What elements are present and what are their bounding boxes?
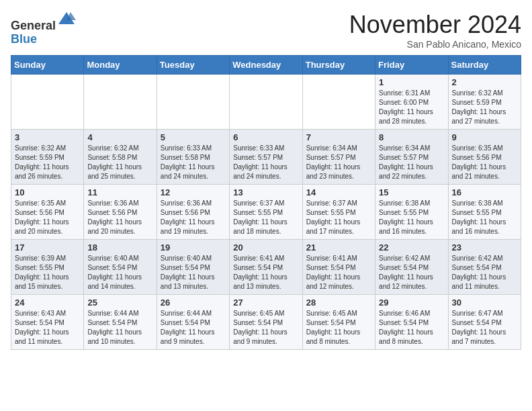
day-info: Sunrise: 6:43 AM Sunset: 5:54 PM Dayligh…	[15, 309, 80, 347]
day-number: 4	[87, 132, 152, 142]
day-info: Sunrise: 6:38 AM Sunset: 5:55 PM Dayligh…	[452, 199, 517, 236]
logo-general: General	[11, 19, 56, 32]
calendar-cell: 25Sunrise: 6:44 AM Sunset: 5:54 PM Dayli…	[84, 295, 157, 350]
calendar-cell: 4Sunrise: 6:32 AM Sunset: 5:58 PM Daylig…	[84, 130, 157, 185]
day-info: Sunrise: 6:34 AM Sunset: 5:57 PM Dayligh…	[306, 144, 371, 181]
day-number: 16	[452, 187, 517, 197]
calendar-cell: 16Sunrise: 6:38 AM Sunset: 5:55 PM Dayli…	[448, 185, 521, 240]
day-info: Sunrise: 6:38 AM Sunset: 5:55 PM Dayligh…	[379, 199, 444, 236]
calendar-cell: 6Sunrise: 6:33 AM Sunset: 5:57 PM Daylig…	[230, 130, 302, 185]
calendar-cell: 21Sunrise: 6:41 AM Sunset: 5:54 PM Dayli…	[302, 240, 375, 295]
day-number: 27	[233, 298, 298, 308]
day-info: Sunrise: 6:36 AM Sunset: 5:56 PM Dayligh…	[161, 199, 226, 236]
calendar-cell: 10Sunrise: 6:35 AM Sunset: 5:56 PM Dayli…	[11, 185, 84, 240]
calendar-cell: 24Sunrise: 6:43 AM Sunset: 5:54 PM Dayli…	[11, 295, 84, 350]
calendar-cell: 12Sunrise: 6:36 AM Sunset: 5:56 PM Dayli…	[157, 185, 229, 240]
calendar-cell: 11Sunrise: 6:36 AM Sunset: 5:56 PM Dayli…	[84, 185, 157, 240]
calendar-week-row: 24Sunrise: 6:43 AM Sunset: 5:54 PM Dayli…	[11, 295, 521, 350]
calendar-cell: 8Sunrise: 6:34 AM Sunset: 5:57 PM Daylig…	[375, 130, 448, 185]
day-info: Sunrise: 6:41 AM Sunset: 5:54 PM Dayligh…	[233, 254, 298, 291]
day-number: 21	[306, 242, 371, 253]
day-number: 9	[452, 132, 517, 142]
calendar-cell: 9Sunrise: 6:35 AM Sunset: 5:56 PM Daylig…	[448, 130, 521, 185]
day-info: Sunrise: 6:32 AM Sunset: 5:59 PM Dayligh…	[452, 89, 517, 126]
day-info: Sunrise: 6:47 AM Sunset: 5:54 PM Dayligh…	[452, 309, 517, 347]
calendar-cell: 26Sunrise: 6:44 AM Sunset: 5:54 PM Dayli…	[157, 295, 229, 350]
weekday-header: Thursday	[302, 56, 375, 75]
day-info: Sunrise: 6:32 AM Sunset: 5:59 PM Dayligh…	[15, 144, 80, 181]
calendar-cell: 15Sunrise: 6:38 AM Sunset: 5:55 PM Dayli…	[375, 185, 448, 240]
day-info: Sunrise: 6:44 AM Sunset: 5:54 PM Dayligh…	[87, 309, 152, 347]
weekday-header: Saturday	[448, 56, 521, 75]
day-info: Sunrise: 6:42 AM Sunset: 5:54 PM Dayligh…	[452, 254, 517, 291]
day-number: 13	[233, 187, 298, 197]
calendar-cell	[302, 75, 375, 130]
logo: General Blue	[11, 11, 76, 46]
day-number: 15	[379, 187, 444, 197]
weekday-header: Monday	[84, 56, 157, 75]
day-number: 22	[379, 242, 444, 253]
logo-text: General Blue	[11, 11, 76, 46]
day-number: 14	[306, 187, 371, 197]
day-number: 23	[452, 242, 517, 253]
calendar-cell: 27Sunrise: 6:45 AM Sunset: 5:54 PM Dayli…	[230, 295, 302, 350]
day-number: 20	[233, 242, 298, 253]
day-number: 11	[87, 187, 152, 197]
day-info: Sunrise: 6:46 AM Sunset: 5:54 PM Dayligh…	[379, 309, 444, 347]
day-number: 24	[15, 298, 80, 308]
weekday-header: Sunday	[11, 56, 84, 75]
day-number: 3	[15, 132, 80, 142]
weekday-header: Wednesday	[230, 56, 302, 75]
calendar-week-row: 1Sunrise: 6:31 AM Sunset: 6:00 PM Daylig…	[11, 75, 521, 130]
calendar-cell: 20Sunrise: 6:41 AM Sunset: 5:54 PM Dayli…	[230, 240, 302, 295]
calendar-cell	[157, 75, 229, 130]
day-info: Sunrise: 6:44 AM Sunset: 5:54 PM Dayligh…	[161, 309, 226, 347]
day-number: 5	[161, 132, 226, 142]
calendar-cell: 19Sunrise: 6:40 AM Sunset: 5:54 PM Dayli…	[157, 240, 229, 295]
calendar-cell: 2Sunrise: 6:32 AM Sunset: 5:59 PM Daylig…	[448, 75, 521, 130]
day-number: 26	[161, 298, 226, 308]
calendar-cell: 30Sunrise: 6:47 AM Sunset: 5:54 PM Dayli…	[448, 295, 521, 350]
day-number: 8	[379, 132, 444, 142]
day-number: 25	[87, 298, 152, 308]
calendar-cell: 13Sunrise: 6:37 AM Sunset: 5:55 PM Dayli…	[230, 185, 302, 240]
weekday-header: Tuesday	[157, 56, 229, 75]
location-subtitle: San Pablo Anicano, Mexico	[349, 39, 521, 50]
day-info: Sunrise: 6:42 AM Sunset: 5:54 PM Dayligh…	[379, 254, 444, 291]
day-info: Sunrise: 6:41 AM Sunset: 5:54 PM Dayligh…	[306, 254, 371, 291]
calendar-cell: 1Sunrise: 6:31 AM Sunset: 6:00 PM Daylig…	[375, 75, 448, 130]
day-number: 2	[452, 77, 517, 87]
calendar-cell: 5Sunrise: 6:33 AM Sunset: 5:58 PM Daylig…	[157, 130, 229, 185]
logo-blue: Blue	[11, 32, 37, 46]
weekday-header-row: SundayMondayTuesdayWednesdayThursdayFrid…	[11, 56, 521, 75]
calendar-cell: 3Sunrise: 6:32 AM Sunset: 5:59 PM Daylig…	[11, 130, 84, 185]
day-info: Sunrise: 6:37 AM Sunset: 5:55 PM Dayligh…	[306, 199, 371, 236]
calendar-table: SundayMondayTuesdayWednesdayThursdayFrid…	[11, 55, 521, 350]
title-block: November 2024 San Pablo Anicano, Mexico	[349, 11, 521, 50]
day-number: 19	[161, 242, 226, 253]
day-number: 17	[15, 242, 80, 253]
calendar-cell	[84, 75, 157, 130]
day-info: Sunrise: 6:36 AM Sunset: 5:56 PM Dayligh…	[87, 199, 152, 236]
calendar-cell: 29Sunrise: 6:46 AM Sunset: 5:54 PM Dayli…	[375, 295, 448, 350]
day-number: 28	[306, 298, 371, 308]
day-number: 30	[452, 298, 517, 308]
day-info: Sunrise: 6:40 AM Sunset: 5:54 PM Dayligh…	[161, 254, 226, 291]
day-info: Sunrise: 6:31 AM Sunset: 6:00 PM Dayligh…	[379, 89, 444, 126]
calendar-cell	[230, 75, 302, 130]
day-info: Sunrise: 6:34 AM Sunset: 5:57 PM Dayligh…	[379, 144, 444, 181]
calendar-cell: 14Sunrise: 6:37 AM Sunset: 5:55 PM Dayli…	[302, 185, 375, 240]
calendar-cell: 17Sunrise: 6:39 AM Sunset: 5:55 PM Dayli…	[11, 240, 84, 295]
calendar-week-row: 17Sunrise: 6:39 AM Sunset: 5:55 PM Dayli…	[11, 240, 521, 295]
day-info: Sunrise: 6:32 AM Sunset: 5:58 PM Dayligh…	[87, 144, 152, 181]
calendar-cell: 22Sunrise: 6:42 AM Sunset: 5:54 PM Dayli…	[375, 240, 448, 295]
day-number: 7	[306, 132, 371, 142]
day-info: Sunrise: 6:35 AM Sunset: 5:56 PM Dayligh…	[15, 199, 80, 236]
calendar-cell: 7Sunrise: 6:34 AM Sunset: 5:57 PM Daylig…	[302, 130, 375, 185]
day-info: Sunrise: 6:45 AM Sunset: 5:54 PM Dayligh…	[233, 309, 298, 347]
day-number: 1	[379, 77, 444, 87]
day-number: 18	[87, 242, 152, 253]
day-info: Sunrise: 6:45 AM Sunset: 5:54 PM Dayligh…	[306, 309, 371, 347]
calendar-week-row: 3Sunrise: 6:32 AM Sunset: 5:59 PM Daylig…	[11, 130, 521, 185]
day-number: 10	[15, 187, 80, 197]
